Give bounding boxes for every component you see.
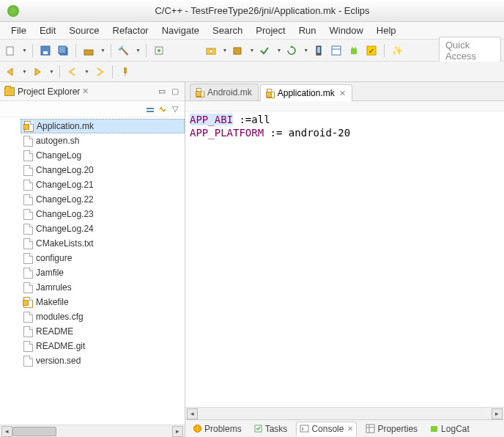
dropdown-icon[interactable]: ▼	[22, 69, 27, 74]
bottom-tab-logcat[interactable]: LogCat	[426, 422, 472, 436]
menu-search[interactable]: Search	[206, 25, 249, 36]
close-icon[interactable]: ✕	[339, 89, 346, 98]
editor-content[interactable]: APP_ABI :=allAPP_PLATFORM := android-20	[185, 101, 504, 407]
tree-item[interactable]: CMakeLists.txt	[21, 236, 185, 251]
phone-button[interactable]	[311, 43, 326, 58]
scroll-left-button[interactable]: ◂	[1, 426, 12, 437]
save-all-button[interactable]	[56, 43, 70, 58]
tree-item[interactable]: ChangeLog	[21, 148, 185, 163]
scroll-track[interactable]	[12, 426, 172, 437]
close-icon[interactable]: ✕	[347, 425, 353, 433]
menu-file[interactable]: File	[4, 25, 33, 36]
maximize-icon[interactable]: ▢	[170, 87, 180, 97]
tree-item-label: ChangeLog.23	[36, 209, 94, 219]
separator	[146, 44, 147, 57]
tree-item[interactable]: ChangeLog.24	[21, 221, 185, 236]
tree-item[interactable]: configure	[21, 251, 185, 265]
tree-item[interactable]: Makefile	[21, 295, 185, 309]
wand-button[interactable]: ✨	[390, 43, 404, 58]
lint-button[interactable]: ✓	[364, 43, 379, 58]
bottom-tab-properties[interactable]: Properties	[363, 422, 420, 436]
back-button[interactable]	[3, 65, 18, 79]
nav-back-button[interactable]	[65, 65, 80, 79]
code-line[interactable]: APP_PLATFORM := android-20	[190, 126, 500, 139]
editor-tab[interactable]: Android.mk	[190, 84, 259, 100]
scroll-right-button[interactable]: ▸	[172, 426, 183, 437]
collapse-icon[interactable]	[145, 104, 155, 114]
scroll-thumb[interactable]	[12, 427, 56, 436]
dropdown-icon[interactable]: ▼	[223, 48, 228, 53]
scrollbar-horizontal[interactable]: ◂ ▸	[0, 425, 185, 437]
scroll-track[interactable]	[198, 408, 492, 419]
menu-icon[interactable]: ▽	[170, 104, 180, 114]
dropdown-icon[interactable]: ▼	[49, 69, 54, 74]
folder-icon	[4, 87, 15, 96]
bottom-tab-tasks[interactable]: Tasks	[251, 422, 291, 436]
dropdown-icon[interactable]: ▼	[276, 48, 281, 53]
package-button[interactable]	[230, 43, 245, 58]
tree-item[interactable]: README.git	[21, 339, 185, 353]
editor-tabs: Android.mkApplication.mk✕	[185, 82, 504, 101]
dropdown-icon[interactable]: ▼	[100, 48, 105, 53]
dropdown-icon[interactable]: ▼	[249, 48, 254, 53]
tree-item[interactable]: version.sed	[21, 353, 185, 368]
new-button[interactable]	[3, 43, 18, 58]
scrollbar-horizontal[interactable]: ◂ ▸	[185, 407, 504, 419]
menu-source[interactable]: Source	[62, 25, 105, 36]
refresh-button[interactable]	[284, 43, 299, 58]
menu-help[interactable]: Help	[370, 25, 403, 36]
file-icon	[23, 326, 33, 337]
properties-icon	[366, 424, 375, 433]
dropdown-icon[interactable]: ▼	[22, 48, 27, 53]
code-line[interactable]: APP_ABI :=all	[190, 113, 500, 126]
menu-window[interactable]: Window	[323, 25, 370, 36]
tree-item[interactable]: Jamrules	[21, 280, 185, 295]
menu-refactor[interactable]: Refactor	[106, 25, 155, 36]
quick-access-input[interactable]: Quick Access	[439, 37, 501, 65]
target-button[interactable]	[152, 43, 166, 58]
hammer-button[interactable]: 🔨	[116, 43, 131, 58]
tree-item[interactable]: ChangeLog.23	[21, 207, 185, 221]
build-button[interactable]	[81, 43, 96, 58]
menu-edit[interactable]: Edit	[33, 25, 62, 36]
forward-button[interactable]	[30, 65, 45, 79]
dropdown-icon[interactable]: ▼	[303, 48, 308, 53]
close-icon[interactable]: ✕	[82, 87, 89, 96]
dropdown-icon[interactable]: ▼	[84, 69, 89, 74]
menu-navigate[interactable]: Navigate	[155, 25, 206, 36]
minimize-icon[interactable]: ▭	[157, 87, 167, 97]
tree-item[interactable]: ChangeLog.21	[21, 177, 185, 192]
code-area[interactable]: APP_ABI :=allAPP_PLATFORM := android-20	[185, 111, 504, 141]
editor-ruler	[185, 101, 504, 111]
bottom-tab-label: Properties	[377, 424, 418, 434]
link-icon[interactable]	[158, 104, 168, 114]
bottom-tab-label: Problems	[204, 424, 242, 434]
scroll-right-button[interactable]: ▸	[492, 408, 503, 419]
tree-item[interactable]: README	[21, 324, 185, 339]
tree-item[interactable]: ChangeLog.22	[21, 192, 185, 207]
nav-fwd-button[interactable]	[92, 65, 107, 79]
tree-item-label: Jamfile	[36, 268, 64, 278]
pin-button[interactable]	[118, 65, 133, 79]
tasks-icon	[253, 424, 263, 433]
tree-item-label: ChangeLog	[36, 150, 81, 161]
menu-project[interactable]: Project	[249, 25, 292, 36]
svg-rect-27	[366, 425, 374, 433]
layout-button[interactable]	[329, 43, 344, 58]
tree-item[interactable]: Jamfile	[21, 265, 185, 280]
save-button[interactable]	[38, 43, 53, 58]
bottom-tab-console[interactable]: Console✕	[296, 422, 357, 436]
editor-tab[interactable]: Application.mk✕	[260, 84, 352, 101]
tree-item[interactable]: ChangeLog.20	[21, 163, 185, 177]
scroll-left-button[interactable]: ◂	[187, 408, 198, 419]
dropdown-icon[interactable]: ▼	[136, 48, 141, 53]
tree-item[interactable]: modules.cfg	[21, 309, 185, 324]
tree-item[interactable]: autogen.sh	[21, 133, 185, 148]
project-explorer-tree[interactable]: Application.mkautogen.shChangeLogChangeL…	[0, 117, 185, 425]
bottom-tab-problems[interactable]: !Problems	[190, 422, 245, 436]
android-button[interactable]	[346, 43, 361, 58]
camera-button[interactable]	[204, 43, 218, 58]
check-button[interactable]	[257, 43, 272, 58]
menu-run[interactable]: Run	[292, 25, 323, 36]
tree-item[interactable]: Application.mk	[21, 119, 185, 133]
